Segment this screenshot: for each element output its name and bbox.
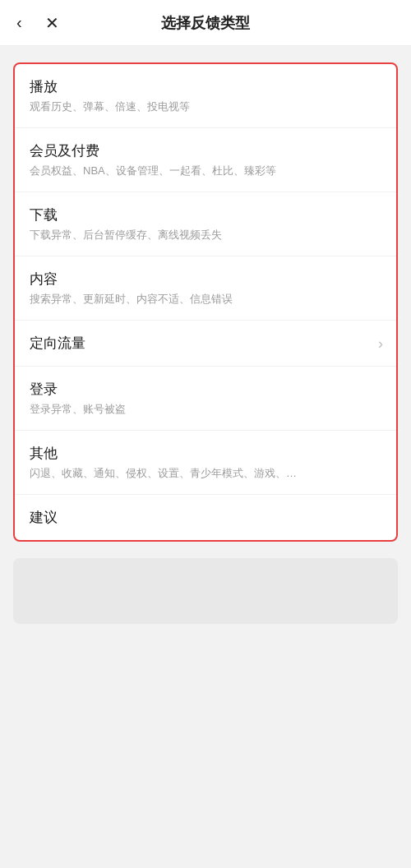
list-item-content[interactable]: 内容搜索异常、更新延时、内容不适、信息错误: [15, 256, 396, 321]
list-item-title-suggestion: 建议: [30, 508, 381, 527]
list-item-other[interactable]: 其他闪退、收藏、通知、侵权、设置、青少年模式、游戏、…: [15, 431, 396, 495]
list-item-membership[interactable]: 会员及付费会员权益、NBA、设备管理、一起看、杜比、臻彩等: [15, 128, 396, 192]
footer-placeholder: [13, 558, 398, 624]
list-item-title-other: 其他: [30, 444, 381, 463]
list-item-title-playback: 播放: [30, 77, 381, 96]
list-item-download[interactable]: 下载下载异常、后台暂停缓存、离线视频丢失: [15, 192, 396, 256]
list-item-traffic[interactable]: 定向流量›: [15, 321, 396, 367]
list-item-title-download: 下载: [30, 205, 381, 224]
list-item-title-content: 内容: [30, 270, 381, 289]
list-item-subtitle-membership: 会员权益、NBA、设备管理、一起看、杜比、臻彩等: [30, 164, 381, 178]
list-item-login[interactable]: 登录登录异常、账号被盗: [15, 367, 396, 431]
list-item-subtitle-other: 闪退、收藏、通知、侵权、设置、青少年模式、游戏、…: [30, 466, 381, 481]
close-icon: ✕: [45, 13, 59, 33]
list-item-subtitle-download: 下载异常、后台暂停缓存、离线视频丢失: [30, 228, 381, 242]
list-item-subtitle-login: 登录异常、账号被盗: [30, 402, 381, 417]
list-item-suggestion[interactable]: 建议: [15, 495, 396, 540]
chevron-right-icon: ›: [378, 335, 383, 352]
list-item-title-membership: 会员及付费: [30, 141, 381, 160]
back-icon: ‹: [16, 13, 22, 32]
back-button[interactable]: ‹: [13, 10, 25, 35]
list-item-subtitle-playback: 观看历史、弹幕、倍速、投电视等: [30, 99, 381, 114]
page-title: 选择反馈类型: [161, 13, 250, 33]
list-item-title-traffic: 定向流量: [30, 334, 381, 353]
list-item-subtitle-content: 搜索异常、更新延时、内容不适、信息错误: [30, 292, 381, 307]
list-item-title-login: 登录: [30, 380, 381, 399]
header: ‹ ✕ 选择反馈类型: [0, 0, 411, 46]
list-item-playback[interactable]: 播放观看历史、弹幕、倍速、投电视等: [15, 64, 396, 128]
content-card: 播放观看历史、弹幕、倍速、投电视等会员及付费会员权益、NBA、设备管理、一起看、…: [13, 62, 398, 542]
close-button[interactable]: ✕: [42, 10, 62, 36]
